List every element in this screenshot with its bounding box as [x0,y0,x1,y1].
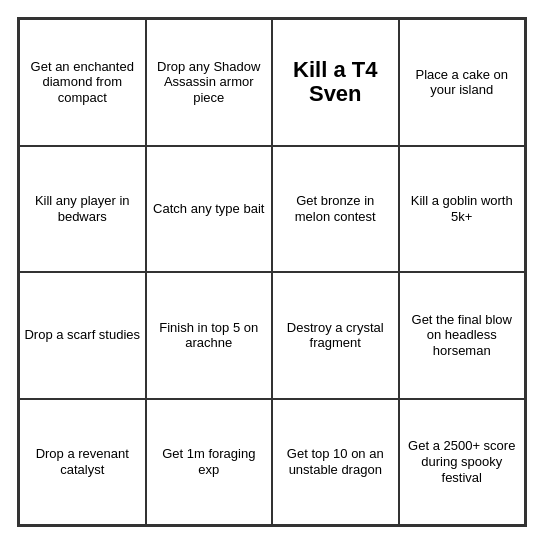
bingo-cell-0-1: Drop any Shadow Assassin armor piece [146,19,273,146]
bingo-row-1: Kill any player in bedwarsCatch any type… [19,146,525,273]
bingo-cell-2-0: Drop a scarf studies [19,272,146,399]
bingo-cell-3-3: Get a 2500+ score during spooky festival [399,399,526,526]
bingo-cell-0-3: Place a cake on your island [399,19,526,146]
bingo-cell-3-0: Drop a revenant catalyst [19,399,146,526]
bingo-cell-3-2: Get top 10 on an unstable dragon [272,399,399,526]
bingo-cell-1-0: Kill any player in bedwars [19,146,146,273]
bingo-cell-2-3: Get the final blow on headless horseman [399,272,526,399]
bingo-cell-0-0: Get an enchanted diamond from compact [19,19,146,146]
bingo-cell-0-2: Kill a T4 Sven [272,19,399,146]
bingo-board: Get an enchanted diamond from compactDro… [17,17,527,527]
bingo-cell-1-3: Kill a goblin worth 5k+ [399,146,526,273]
bingo-row-0: Get an enchanted diamond from compactDro… [19,19,525,146]
bingo-cell-2-1: Finish in top 5 on arachne [146,272,273,399]
bingo-cell-2-2: Destroy a crystal fragment [272,272,399,399]
bingo-cell-1-2: Get bronze in melon contest [272,146,399,273]
bingo-cell-1-1: Catch any type bait [146,146,273,273]
bingo-row-3: Drop a revenant catalystGet 1m foraging … [19,399,525,526]
bingo-row-2: Drop a scarf studiesFinish in top 5 on a… [19,272,525,399]
bingo-cell-3-1: Get 1m foraging exp [146,399,273,526]
